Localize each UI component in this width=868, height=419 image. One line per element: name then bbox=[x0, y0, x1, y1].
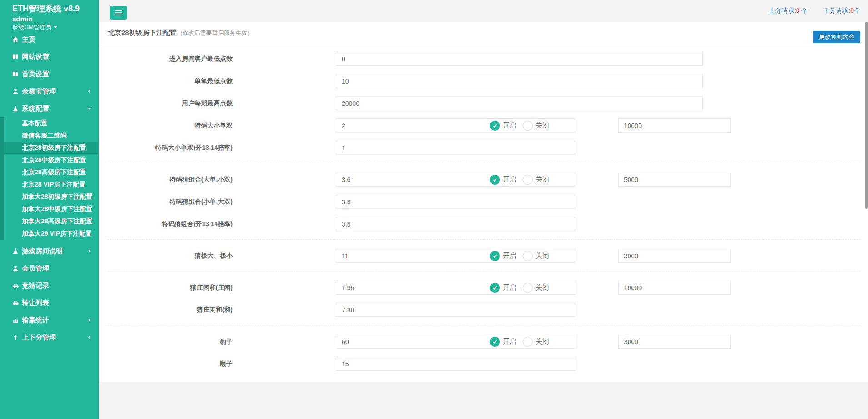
sidebar-item-site-settings[interactable]: 网站设置 bbox=[0, 48, 98, 65]
radio-off[interactable] bbox=[523, 251, 533, 261]
rate-input[interactable] bbox=[336, 52, 703, 66]
sidebar-item-label: 游戏房间说明 bbox=[22, 247, 63, 256]
field-label: 特码猜组合(小单,大双) bbox=[108, 195, 233, 209]
radio-on-label: 开启 bbox=[503, 283, 516, 292]
radio-off[interactable] bbox=[523, 283, 533, 293]
down-score-requests-link[interactable]: 下分请求:0个 bbox=[823, 7, 860, 15]
radio-on-label: 开启 bbox=[503, 121, 516, 130]
sidebar-subitem-bj28-senior[interactable]: 北京28高级房下注配置 bbox=[4, 166, 98, 178]
sidebar-item-score-management[interactable]: 上下分管理 bbox=[0, 329, 98, 346]
sidebar-subitem-bj28-middle[interactable]: 北京28中级房下注配置 bbox=[4, 154, 98, 166]
car-icon bbox=[12, 300, 22, 306]
sidebar-item-label: 会员管理 bbox=[22, 264, 49, 273]
radio-off[interactable] bbox=[523, 175, 533, 185]
sidebar-item-transfer-list[interactable]: 转让列表 bbox=[0, 294, 98, 311]
sidebar-subitem-bj28-junior-active[interactable]: 北京28初级房下注配置 bbox=[4, 142, 98, 154]
sidebar-subitem-bj28-vip[interactable]: 北京28 VIP房下注配置 bbox=[4, 178, 98, 191]
sidebar-item-betting-records[interactable]: 竞猜记录 bbox=[0, 277, 98, 294]
sidebar-item-label: 系统配置 bbox=[22, 104, 49, 113]
sidebar-item-homepage-settings[interactable]: 首页设置 bbox=[0, 65, 98, 83]
field-label: 特码猜组合(大单,小双) bbox=[108, 173, 233, 187]
dashed-divider bbox=[108, 163, 860, 163]
form-row: 特码大小单双 开启 关闭 bbox=[108, 118, 860, 133]
dashed-divider bbox=[108, 239, 860, 240]
username: admin bbox=[0, 14, 98, 23]
form-row: 特码猜组合(大单,小双) 开启 关闭 bbox=[108, 173, 860, 187]
sidebar-item-win-loss-stats[interactable]: 输赢统计 bbox=[0, 311, 98, 329]
limit-input[interactable] bbox=[618, 249, 731, 263]
bet-config-form: 进入房间客户最低点数 单笔最低点数 用户每期最高点数 特码大小单双 bbox=[99, 44, 868, 371]
rate-input[interactable] bbox=[336, 74, 703, 88]
sidebar-item-label: 网站设置 bbox=[22, 53, 49, 61]
flask-icon bbox=[12, 248, 22, 254]
radio-on-checked[interactable] bbox=[490, 121, 500, 131]
field-label: 单笔最低点数 bbox=[108, 74, 233, 88]
rate-input[interactable] bbox=[336, 96, 703, 110]
rate-input[interactable] bbox=[336, 217, 575, 231]
form-row: 猜极大、极小 开启 关闭 bbox=[108, 249, 860, 263]
sidebar-item-system-config[interactable]: 系统配置 bbox=[0, 100, 98, 117]
form-row: 单笔最低点数 bbox=[108, 74, 860, 88]
sidebar-subitem-ca28-middle[interactable]: 加拿大28中级房下注配置 bbox=[4, 203, 98, 215]
limit-input[interactable] bbox=[618, 118, 731, 133]
user-role-label: 超级GM管理员 bbox=[12, 24, 51, 30]
scrollbar-handle[interactable] bbox=[865, 22, 868, 209]
change-rules-button[interactable]: 更改规则内容 bbox=[813, 31, 860, 43]
field-label: 进入房间客户最低点数 bbox=[108, 52, 233, 66]
scrollbar-track[interactable] bbox=[865, 22, 868, 419]
flask-icon bbox=[12, 105, 22, 112]
sidebar-item-label: 首页设置 bbox=[22, 70, 49, 79]
dashed-divider bbox=[108, 325, 860, 325]
limit-input[interactable] bbox=[618, 335, 731, 349]
user-role-dropdown[interactable]: 超级GM管理员 bbox=[0, 23, 98, 30]
rate-input[interactable] bbox=[336, 303, 575, 317]
sidebar-item-home[interactable]: 主页 bbox=[0, 31, 98, 48]
sidebar-subitem-ca28-junior[interactable]: 加拿大28初级房下注配置 bbox=[4, 191, 98, 203]
down-score-count: 0 bbox=[850, 7, 854, 14]
chevron-left-icon bbox=[87, 318, 92, 322]
sidebar-toggle-button[interactable] bbox=[110, 6, 127, 20]
rate-input[interactable] bbox=[336, 357, 575, 371]
sidebar-item-label: 竞猜记录 bbox=[22, 281, 49, 290]
sidebar-item-yuebao-management[interactable]: 余额宝管理 bbox=[0, 83, 98, 100]
rate-input[interactable] bbox=[336, 195, 575, 209]
enable-toggle-group: 开启 关闭 bbox=[490, 249, 555, 263]
arrow-up-icon bbox=[12, 334, 22, 340]
columns-icon bbox=[12, 54, 22, 60]
enable-toggle-group: 开启 关闭 bbox=[490, 173, 555, 187]
field-label: 特码大小单双 bbox=[108, 118, 233, 133]
field-label: 豹子 bbox=[108, 335, 233, 349]
page-title-note: (修改后需要重启服务生效) bbox=[180, 30, 249, 36]
field-label: 特码大小单双(开13.14赔率) bbox=[108, 141, 233, 155]
radio-on-checked[interactable] bbox=[490, 175, 500, 185]
limit-input[interactable] bbox=[618, 173, 731, 187]
sidebar-item-game-room-info[interactable]: 游戏房间说明 bbox=[0, 242, 98, 260]
limit-input[interactable] bbox=[618, 281, 731, 295]
radio-off[interactable] bbox=[523, 337, 533, 347]
sidebar-subitem-ca28-vip[interactable]: 加拿大28 VIP房下注配置 bbox=[4, 227, 98, 240]
field-label: 特码猜组合(开13,14赔率) bbox=[108, 217, 233, 231]
radio-on-checked[interactable] bbox=[490, 337, 500, 347]
radio-on-label: 开启 bbox=[503, 175, 516, 184]
form-row: 特码猜组合(小单,大双) bbox=[108, 195, 860, 209]
radio-on-checked[interactable] bbox=[490, 283, 500, 293]
system-config-submenu: 基本配置 微信客服二维码 北京28初级房下注配置 北京28中级房下注配置 北京2… bbox=[0, 117, 98, 240]
chevron-left-icon bbox=[87, 89, 92, 94]
config-card: 北京28初级房下注配置 (修改后需要重启服务生效) 更改规则内容 进入房间客户最… bbox=[99, 22, 868, 382]
radio-off-label: 关闭 bbox=[535, 337, 549, 346]
radio-off-label: 关闭 bbox=[535, 121, 549, 130]
sidebar-subitem-ca28-senior[interactable]: 加拿大28高级房下注配置 bbox=[4, 215, 98, 227]
form-row: 进入房间客户最低点数 bbox=[108, 52, 860, 66]
radio-on-checked[interactable] bbox=[490, 251, 500, 261]
chevron-left-icon bbox=[87, 335, 92, 340]
up-score-requests-link[interactable]: 上分请求:0 个 bbox=[769, 7, 808, 15]
sidebar-subitem-basic-config[interactable]: 基本配置 bbox=[4, 117, 98, 129]
sidebar-subitem-wechat-qrcode[interactable]: 微信客服二维码 bbox=[4, 129, 98, 142]
enable-toggle-group: 开启 关闭 bbox=[490, 335, 555, 349]
sidebar-item-member-management[interactable]: 会员管理 bbox=[0, 260, 98, 277]
main-area: 上分请求:0 个 下分请求:0个 北京28初级房下注配置 (修改后需要重启服务生… bbox=[99, 0, 868, 419]
radio-off[interactable] bbox=[523, 121, 533, 131]
sidebar-item-label: 输赢统计 bbox=[22, 316, 49, 325]
rate-input[interactable] bbox=[336, 141, 575, 155]
form-row: 猜庄闲和(和) bbox=[108, 303, 860, 317]
